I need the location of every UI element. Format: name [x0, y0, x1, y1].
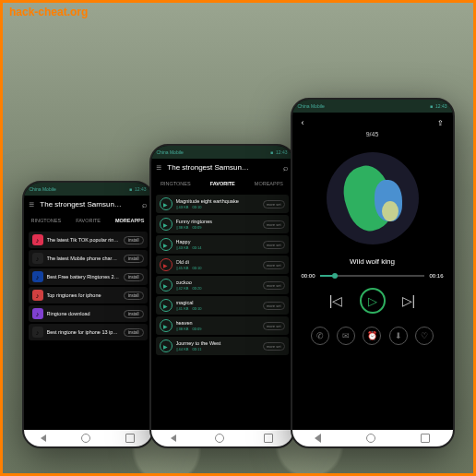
moreset-button[interactable]: more set: [263, 281, 285, 290]
alarm-ringtone-icon[interactable]: ⏰: [363, 327, 381, 345]
tab-ringtones[interactable]: RINGTONES: [161, 179, 191, 188]
menu-icon[interactable]: ≡: [30, 199, 35, 209]
time-label: 12:43: [435, 103, 447, 109]
menu-icon[interactable]: ≡: [157, 162, 162, 173]
play-button[interactable]: ▷: [360, 288, 386, 314]
app-title: Best ringtone for iphone 13 iph…: [47, 329, 120, 335]
nav-back-icon[interactable]: [171, 434, 176, 442]
ringtone-title: Magnitude eight earthquake: [176, 198, 259, 204]
moreset-button[interactable]: more set: [263, 220, 285, 229]
duration-label: 00:20: [193, 286, 202, 291]
tab-moreapps[interactable]: MOREAPPS: [255, 179, 283, 188]
battery-icon: ■: [430, 103, 433, 109]
sms-ringtone-icon[interactable]: ✉: [337, 327, 355, 345]
next-button[interactable]: ▷|: [402, 293, 416, 308]
moreset-button[interactable]: more set: [263, 342, 285, 351]
install-button[interactable]: install: [124, 236, 144, 244]
app-icon: ♪: [32, 271, 43, 282]
nav-home-icon[interactable]: [215, 434, 224, 443]
list-item[interactable]: ♪Ringtone downloadinstall: [29, 305, 148, 322]
size-label: ▯ 42 KB: [176, 286, 189, 291]
nav-back-icon[interactable]: [315, 434, 321, 443]
list-item[interactable]: ▶Old di▯ 45 KB00:10more set: [156, 256, 289, 274]
list-item[interactable]: ♪The latest Mobile phone chargi…install: [29, 250, 148, 267]
tab-favorite[interactable]: FAVORITE: [210, 179, 235, 188]
duration-label: 00:10: [193, 306, 202, 311]
size-label: ▯ 44 KB: [176, 347, 189, 351]
install-button[interactable]: install: [124, 292, 144, 300]
nav-recent-icon[interactable]: [264, 434, 273, 443]
nav-recent-icon[interactable]: [125, 434, 135, 443]
tab-bar: RINGTONES FAVORITE MOREAPPS: [151, 176, 293, 191]
moreset-button[interactable]: more set: [263, 261, 285, 269]
app-icon: ♪: [32, 327, 43, 338]
duration-label: 00:10: [193, 205, 202, 209]
moreset-button[interactable]: more set: [263, 241, 285, 249]
list-item[interactable]: ▶Funny ringtones▯ 38 KB00:09more set: [156, 215, 289, 233]
tab-favorite[interactable]: FAVORITE: [76, 216, 101, 225]
share-icon[interactable]: ⇪: [437, 119, 444, 127]
app-bar: ≡ The strongest Samsun… ⌕: [24, 196, 152, 213]
list-item[interactable]: ♪The latest Tik TOK popular ring…install: [29, 232, 148, 248]
app-icon: ♪: [32, 234, 43, 245]
tab-bar: RINGTONES FAVORITE MOREAPPS: [24, 213, 152, 228]
tab-moreapps[interactable]: MOREAPPS: [115, 216, 144, 225]
play-icon[interactable]: ▶: [160, 279, 173, 292]
carrier-label: China Mobile: [30, 186, 56, 192]
list-item[interactable]: ▶heaven▯ 38 KB00:09more set: [156, 316, 289, 335]
album-art: [327, 152, 419, 244]
search-icon[interactable]: ⌕: [283, 163, 288, 173]
play-icon[interactable]: ▶: [160, 299, 173, 312]
duration-label: 00:10: [193, 266, 202, 270]
time-total: 00:16: [429, 273, 443, 279]
play-icon[interactable]: ▶: [160, 258, 173, 271]
install-button[interactable]: install: [124, 310, 144, 318]
list-item[interactable]: ▶Journey to the West▯ 44 KB00:11more set: [156, 337, 289, 355]
battery-icon: ■: [270, 149, 273, 155]
progress-bar[interactable]: 00:00 00:16: [302, 273, 444, 279]
play-icon[interactable]: ▶: [160, 218, 173, 231]
back-icon[interactable]: ‹: [302, 118, 304, 127]
play-icon[interactable]: ▶: [160, 238, 173, 251]
seek-track[interactable]: [320, 275, 425, 277]
list-item[interactable]: ▶cuckoo▯ 42 KB00:20more set: [156, 276, 289, 294]
android-navbar: [151, 430, 293, 446]
moreset-button[interactable]: more set: [263, 200, 285, 208]
time-label: 12:43: [135, 186, 147, 192]
watermark-text: hack-cheat.org: [9, 6, 88, 18]
list-item[interactable]: ♪Best Free battery Ringtones 20…install: [29, 268, 148, 285]
play-icon[interactable]: ▶: [160, 339, 173, 352]
list-item[interactable]: ♪Best ringtone for iphone 13 iph…install: [29, 324, 148, 340]
nav-back-icon[interactable]: [41, 434, 46, 442]
call-ringtone-icon[interactable]: ✆: [311, 327, 329, 345]
list-item[interactable]: ▶Happy▯ 43 KB00:14more set: [156, 235, 289, 254]
download-icon[interactable]: ⬇: [389, 327, 408, 345]
play-icon[interactable]: ▶: [160, 319, 173, 332]
list-item[interactable]: ♪Top ringtones for iphoneinstall: [29, 287, 148, 303]
prev-button[interactable]: |◁: [329, 293, 343, 308]
ringtone-title: Old di: [176, 259, 259, 265]
favorite-icon[interactable]: ♡: [415, 327, 434, 345]
list-item[interactable]: ▶magical▯ 41 KB00:10more set: [156, 296, 289, 315]
install-button[interactable]: install: [124, 255, 144, 263]
moreset-button[interactable]: more set: [263, 322, 285, 330]
size-label: ▯ 43 KB: [176, 205, 189, 209]
app-icon: ♪: [32, 308, 43, 319]
nav-home-icon[interactable]: [81, 434, 90, 443]
install-button[interactable]: install: [124, 273, 144, 281]
phone-showcase: China Mobile ■12:43 ≡ The strongest Sams…: [0, 0, 476, 476]
app-title: The strongest Samsun…: [167, 163, 277, 172]
list-item[interactable]: ▶Magnitude eight earthquake▯ 43 KB00:10m…: [156, 195, 289, 213]
tab-ringtones[interactable]: RINGTONES: [31, 216, 62, 225]
nav-home-icon[interactable]: [366, 434, 375, 443]
ringtone-list: ▶Magnitude eight earthquake▯ 43 KB00:10m…: [151, 191, 293, 359]
track-title: Wild wolf king: [302, 257, 444, 266]
duration-label: 00:14: [193, 245, 202, 250]
install-button[interactable]: install: [124, 328, 144, 337]
size-label: ▯ 43 KB: [176, 245, 189, 250]
moreset-button[interactable]: more set: [263, 302, 285, 310]
app-list: ♪The latest Tik TOK popular ring…install…: [24, 228, 152, 344]
play-icon[interactable]: ▶: [160, 197, 173, 210]
nav-recent-icon[interactable]: [421, 434, 430, 443]
search-icon[interactable]: ⌕: [142, 200, 147, 209]
